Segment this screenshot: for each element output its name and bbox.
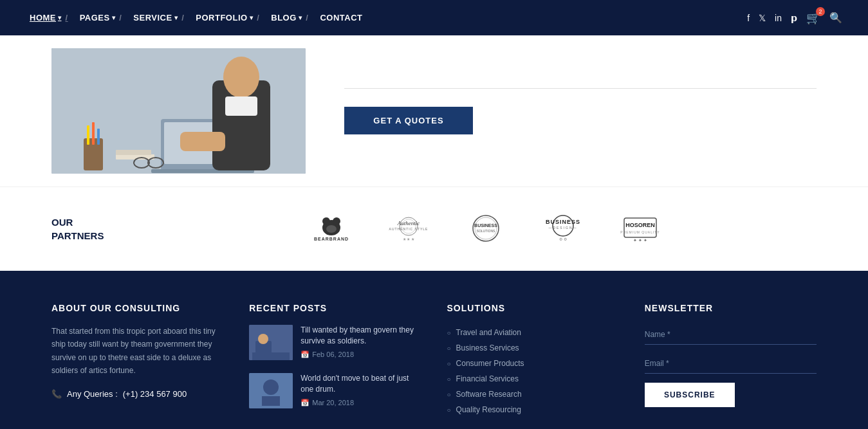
svg-rect-7 xyxy=(180,132,225,151)
svg-rect-42 xyxy=(252,352,290,360)
svg-point-18 xyxy=(322,217,330,225)
svg-point-44 xyxy=(263,379,279,395)
partner-hosoren: HOSOREN PREMIUM QUALITY ✦ ✦ ✦ xyxy=(618,213,663,245)
svg-text:SOLUTIONS: SOLUTIONS xyxy=(476,229,495,233)
post-title-2[interactable]: World don't move to beat of just one dru… xyxy=(300,373,421,395)
nav-service[interactable]: SERVICE ▾ / xyxy=(129,13,188,23)
hero-image xyxy=(51,48,306,174)
svg-point-28 xyxy=(475,217,497,239)
partner-bearbrand: BEARBRAND xyxy=(309,213,354,245)
footer-phone-label: Any Queries : xyxy=(67,389,118,399)
footer-phone: 📞 Any Queries : (+1) 234 567 900 xyxy=(51,389,223,399)
portfolio-arrow-icon: ▾ xyxy=(250,14,254,21)
footer-newsletter-title: NEWSLETTER xyxy=(645,303,817,313)
subscribe-button[interactable]: SUBSCRIBE xyxy=(645,383,735,407)
post-item-2: World don't move to beat of just one dru… xyxy=(249,373,421,408)
footer-solutions-col: SOLUTIONS Travel and Aviation Business S… xyxy=(447,303,619,421)
partner-business-badge: BUSINESS SOLUTIONS xyxy=(463,213,508,245)
navbar: HOME ▾ / PAGES ▾ / SERVICE ▾ / PORTFOLIO… xyxy=(0,0,868,35)
post-date-2: 📅 Mar 20, 2018 xyxy=(300,399,421,407)
pinterest-icon[interactable]: 𝗽 xyxy=(791,13,797,23)
partners-logos: BEARBRAND Authentic AUTHENTIC STYLE ★ ★ … xyxy=(154,213,817,245)
svg-rect-6 xyxy=(225,96,257,116)
nav-pages[interactable]: PAGES ▾ / xyxy=(76,13,126,23)
pages-arrow-icon: ▾ xyxy=(112,14,116,21)
partner-business-design: BUSINESS —DESIGN— ⚙ ⚙ xyxy=(540,213,586,245)
twitter-icon[interactable]: 𝕏 xyxy=(759,13,766,23)
service-arrow-icon: ▾ xyxy=(174,14,178,21)
get-quotes-button[interactable]: GET A QUOTES xyxy=(344,107,473,134)
partners-label: OURPARTNERS xyxy=(51,215,116,242)
svg-text:BEARBRAND: BEARBRAND xyxy=(313,237,348,241)
footer-phone-number: (+1) 234 567 900 xyxy=(123,389,187,399)
hero-content: GET A QUOTES xyxy=(344,48,817,174)
svg-rect-9 xyxy=(87,125,89,145)
nav-blog[interactable]: BLOG ▾ / xyxy=(267,13,312,23)
nav-portfolio[interactable]: PORTFOLIO ▾ / xyxy=(192,13,263,23)
solution-software[interactable]: Software Research xyxy=(447,387,619,402)
footer-about-text: That started from this tropic port aboar… xyxy=(51,325,223,378)
phone-icon: 📞 xyxy=(51,389,62,399)
partner-authentic: Authentic AUTHENTIC STYLE ★ ★ ★ xyxy=(386,213,431,245)
nav-links: HOME ▾ / PAGES ▾ / SERVICE ▾ / PORTFOLIO… xyxy=(26,13,367,23)
newsletter-email-input[interactable] xyxy=(645,354,817,374)
partners-section: OURPARTNERS BEARBRAND Authentic xyxy=(0,187,868,271)
solution-business[interactable]: Business Services xyxy=(447,340,619,356)
footer-posts-title: RECENT POSTS xyxy=(249,303,421,313)
svg-text:HOSOREN: HOSOREN xyxy=(625,222,655,228)
solution-quality[interactable]: Quality Resourcing xyxy=(447,402,619,417)
footer-solutions-title: SOLUTIONS xyxy=(447,303,619,313)
svg-rect-13 xyxy=(116,150,151,155)
svg-point-20 xyxy=(326,225,337,233)
footer-grid: ABOUT OUR CONSULTING That started from t… xyxy=(51,303,817,421)
footer-posts-col: RECENT POSTS Till wanted by theam govern… xyxy=(249,303,421,421)
hero-image-inner xyxy=(51,48,306,174)
nav-contact[interactable]: CONTACT xyxy=(316,13,366,23)
solution-financial[interactable]: Financial Services xyxy=(447,371,619,387)
svg-point-19 xyxy=(333,217,340,225)
solutions-list: Travel and Aviation Business Services Co… xyxy=(447,325,619,417)
footer-about-title: ABOUT OUR CONSULTING xyxy=(51,303,223,313)
svg-rect-10 xyxy=(92,122,95,145)
footer: ABOUT OUR CONSULTING That started from t… xyxy=(0,271,868,429)
blog-arrow-icon: ▾ xyxy=(299,14,302,21)
svg-rect-12 xyxy=(116,154,154,160)
footer-about-col: ABOUT OUR CONSULTING That started from t… xyxy=(51,303,223,421)
svg-text:Authentic: Authentic xyxy=(396,220,420,226)
home-arrow-icon: ▾ xyxy=(58,14,62,21)
post-item-1: Till wanted by theam govern they survive… xyxy=(249,325,421,360)
svg-point-5 xyxy=(223,57,259,98)
svg-text:★ ★ ★: ★ ★ ★ xyxy=(402,237,414,241)
linkedin-icon[interactable]: in xyxy=(775,13,782,23)
nav-right: f 𝕏 in 𝗽 🛒 2 🔍 xyxy=(747,11,842,25)
svg-text:✦ ✦ ✦: ✦ ✦ ✦ xyxy=(633,238,647,242)
svg-text:BUSINESS: BUSINESS xyxy=(545,219,580,225)
cart-badge: 2 xyxy=(816,7,825,16)
footer-newsletter-col: NEWSLETTER SUBSCRIBE xyxy=(645,303,817,421)
cart-icon[interactable]: 🛒 2 xyxy=(806,11,820,25)
post-content-2: World don't move to beat of just one dru… xyxy=(300,373,421,408)
newsletter-name-input[interactable] xyxy=(645,325,817,345)
post-title-1[interactable]: Till wanted by theam govern they survive… xyxy=(300,325,421,347)
facebook-icon[interactable]: f xyxy=(747,13,750,23)
solution-consumer[interactable]: Consumer Products xyxy=(447,356,619,371)
svg-rect-11 xyxy=(97,129,100,145)
svg-rect-45 xyxy=(262,396,280,406)
solution-travel[interactable]: Travel and Aviation xyxy=(447,325,619,340)
svg-text:⚙ ⚙: ⚙ ⚙ xyxy=(559,237,567,241)
svg-text:—DESIGN—: —DESIGN— xyxy=(548,226,577,230)
svg-point-27 xyxy=(473,215,499,241)
hero-section: GET A QUOTES xyxy=(0,35,868,187)
svg-text:AUTHENTIC STYLE: AUTHENTIC STYLE xyxy=(389,227,428,231)
calendar-icon-2: 📅 xyxy=(300,399,309,407)
calendar-icon-1: 📅 xyxy=(300,351,309,359)
svg-point-41 xyxy=(258,334,268,344)
search-icon[interactable]: 🔍 xyxy=(829,12,842,24)
svg-text:PREMIUM QUALITY: PREMIUM QUALITY xyxy=(620,230,660,234)
svg-text:BUSINESS: BUSINESS xyxy=(474,223,497,228)
nav-home[interactable]: HOME ▾ / xyxy=(26,13,72,23)
hero-divider xyxy=(344,88,817,89)
post-thumb-1 xyxy=(249,325,293,360)
post-thumb-2 xyxy=(249,373,293,408)
post-date-1: 📅 Feb 06, 2018 xyxy=(300,351,421,359)
